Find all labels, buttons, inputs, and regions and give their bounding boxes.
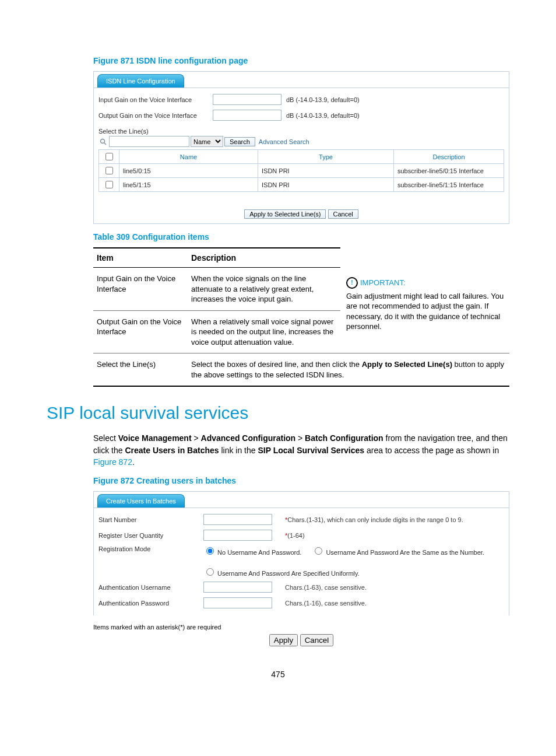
radio-same-as-number[interactable]: Username And Password Are the Same as th… — [312, 545, 484, 556]
start-number-help: **Chars.(1-31), which can only include d… — [285, 516, 504, 523]
t309-row2-item: Output Gain on the Voice Interface — [93, 310, 188, 354]
row-checkbox[interactable] — [105, 167, 113, 174]
reg-qty-input[interactable] — [203, 530, 272, 541]
label-auth-user: Authentication Username — [98, 584, 198, 591]
search-field-select[interactable]: Name — [191, 136, 223, 147]
th-item: Item — [93, 248, 188, 268]
figure-871-caption: Figure 871 ISDN line configuration page — [93, 56, 509, 65]
reg-qty-help: *(1-64) — [285, 532, 504, 539]
search-icon — [98, 137, 108, 146]
select-all-checkbox[interactable] — [105, 153, 113, 160]
t309-row3-item: Select the Line(s) — [93, 354, 188, 387]
label-input-gain: Input Gain on the Voice Interface — [98, 96, 209, 103]
cancel-button[interactable]: Cancel — [328, 209, 358, 219]
page-number: 475 — [47, 670, 509, 679]
apply-selected-button[interactable]: Apply to Selected Line(s) — [244, 209, 326, 219]
table-row: line5/1:15 ISDN PRI subscriber-line5/1:1… — [99, 178, 504, 192]
section-description: Select Voice Management > Advanced Confi… — [93, 432, 509, 468]
output-gain-field[interactable] — [213, 110, 281, 121]
svg-line-1 — [104, 143, 106, 145]
t309-row1-desc: When the voice signals on the line atten… — [188, 268, 340, 311]
label-auth-pwd: Authentication Password — [98, 600, 198, 607]
col-name: Name — [119, 150, 258, 164]
t309-row3-desc: Select the boxes of desired line, and th… — [188, 354, 509, 387]
section-heading: SIP local survival services — [47, 403, 509, 423]
table-309: Item Description Input Gain on the Voice… — [93, 247, 509, 387]
table-row: line5/0:15 ISDN PRI subscriber-line5/0:1… — [99, 164, 504, 178]
auth-pwd-help: Chars.(1-16), case sensitive. — [285, 600, 504, 607]
output-gain-range: dB (-14.0-13.9, default=0) — [286, 112, 504, 119]
fig872-ui: Create Users In Batches Start Number **C… — [93, 491, 509, 615]
important-icon: ! — [346, 277, 358, 289]
t309-row2-desc: When a relatively small voice signal pow… — [188, 310, 340, 354]
svg-point-0 — [101, 139, 105, 143]
radio-no-userpwd[interactable]: No Username And Password. — [203, 545, 301, 556]
col-type: Type — [258, 150, 394, 164]
search-button[interactable]: Search — [224, 137, 255, 146]
required-footnote: Items marked with an asterisk(*) are req… — [93, 624, 509, 631]
start-number-input[interactable] — [203, 514, 272, 525]
important-text: Gain adjustment might lead to call failu… — [346, 291, 506, 332]
radio-specified[interactable]: Username And Password Are Specified Unif… — [203, 566, 360, 577]
figure-872-caption: Figure 872 Creating users in batches — [93, 476, 509, 485]
tab-isdn-config[interactable]: ISDN Line Configuration — [97, 74, 184, 88]
col-desc: Description — [394, 150, 504, 164]
lines-table: Name Type Description line5/0:15 ISDN PR… — [98, 149, 504, 192]
table-309-caption: Table 309 Configuration items — [93, 232, 509, 242]
search-text-input[interactable] — [109, 136, 189, 147]
important-heading: ! IMPORTANT: — [346, 277, 506, 289]
select-lines-label: Select the Line(s) — [98, 128, 504, 135]
t309-row1-item: Input Gain on the Voice Interface — [93, 268, 188, 311]
row-checkbox[interactable] — [105, 181, 113, 188]
label-reg-qty: Register User Quantity — [98, 532, 198, 539]
cancel-button-2[interactable]: Cancel — [300, 634, 334, 646]
input-gain-field[interactable] — [213, 94, 281, 105]
label-output-gain: Output Gain on the Voice Interface — [98, 112, 209, 119]
auth-pwd-input[interactable] — [203, 597, 272, 608]
fig871-ui: ISDN Line Configuration Input Gain on th… — [93, 71, 509, 224]
advanced-search-link[interactable]: Advanced Search — [259, 138, 309, 145]
input-gain-range: dB (-14.0-13.9, default=0) — [286, 96, 504, 103]
label-reg-mode: Registration Mode — [98, 545, 198, 552]
apply-button[interactable]: Apply — [269, 634, 298, 646]
tab-create-users[interactable]: Create Users In Batches — [97, 494, 185, 508]
auth-user-input[interactable] — [203, 582, 272, 593]
th-desc: Description — [188, 248, 340, 268]
auth-user-help: Chars.(1-63), case sensitive. — [285, 584, 504, 591]
label-start-number: Start Number — [98, 516, 198, 523]
figure-872-link[interactable]: Figure 872 — [93, 457, 132, 467]
